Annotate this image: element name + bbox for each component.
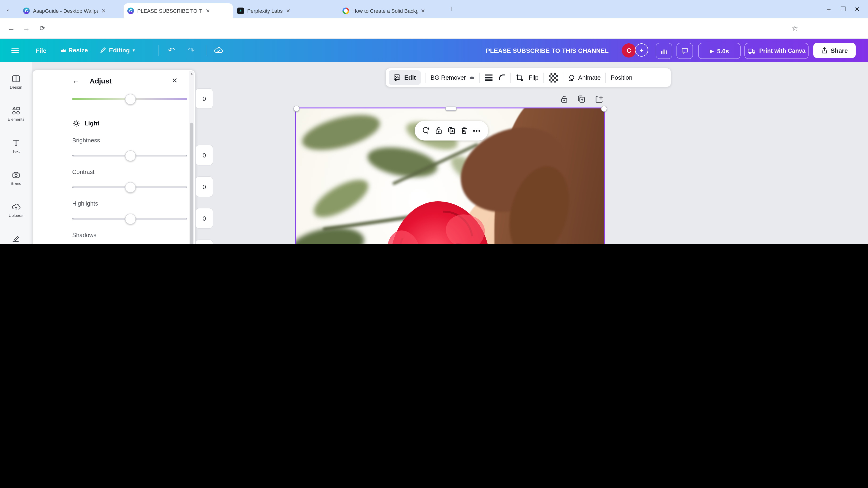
resize-menu[interactable]: Resize [60,47,88,54]
slider-value[interactable]: 0 [195,145,213,165]
back-icon[interactable]: ← [5,19,18,38]
tint-value[interactable]: 0 [195,88,213,109]
slider-value[interactable]: 0 [195,239,213,244]
crown-icon [469,75,474,80]
scrollbar-thumb[interactable] [190,123,193,244]
panel-scrollbar[interactable]: ▲ ▼ [189,71,194,244]
divider [606,72,606,83]
highlights-slider[interactable] [72,218,187,220]
screen: ⌄ C AsapGuide - Desktop Wallpape ✕ C PLE… [0,0,868,244]
slider-value[interactable]: 0 [195,208,213,229]
print-button[interactable]: Print with Canva [744,43,809,59]
menu-icon[interactable] [11,46,19,55]
sidebar-item-text[interactable]: Text [0,130,32,161]
slider-label: Contrast [72,169,95,175]
sidebar-item-draw[interactable]: Draw [0,226,32,244]
slider-label: Highlights [72,200,98,207]
tab-close-icon[interactable]: ✕ [206,8,210,14]
resize-handle-top-left[interactable] [293,106,300,112]
brightness-slider[interactable] [72,155,187,156]
slider-thumb[interactable] [125,214,136,224]
resize-handle-top-right[interactable] [601,106,607,112]
bg-remover-button[interactable]: BG Remover [431,74,474,81]
bg-remover-label: BG Remover [431,74,466,81]
tint-slider[interactable] [72,98,187,100]
contrast-slider[interactable] [72,186,187,188]
delete-icon[interactable] [461,127,467,134]
comment-add-icon[interactable] [422,127,430,134]
scroll-up-icon[interactable]: ▲ [189,72,194,75]
edit-label: Edit [404,74,416,81]
animate-button[interactable]: Animate [568,74,600,81]
divider [158,45,159,56]
tab-title: AsapGuide - Desktop Wallpape [33,8,98,14]
tab-close-icon[interactable]: ✕ [101,8,106,14]
editing-mode-menu[interactable]: Editing ▾ [100,47,135,54]
corner-rounding-button[interactable] [498,74,505,81]
tab-close-icon[interactable]: ✕ [421,8,425,14]
tab-4[interactable]: How to Create a Solid Backgrou ✕ [339,3,446,19]
tab-close-icon[interactable]: ✕ [286,8,290,14]
divider [207,45,207,56]
position-button[interactable]: Position [611,74,632,81]
comments-button[interactable] [677,43,693,59]
edit-image-button[interactable]: Edit [389,70,421,85]
slider-thumb[interactable] [125,150,136,161]
adjust-panel: ← Adjust ✕ 0 Light Brightness 0 Contrast… [33,70,195,244]
back-icon[interactable]: ← [72,76,79,85]
resize-handle-top[interactable] [445,106,457,111]
insights-button[interactable] [656,43,672,59]
undo-icon[interactable]: ↶ [168,45,175,56]
truck-icon [747,48,755,54]
divider [510,72,511,83]
add-member-button[interactable]: + [635,43,648,57]
present-button[interactable]: ▶ 5.0s [698,43,741,59]
play-icon: ▶ [710,48,714,54]
google-favicon [342,7,349,14]
lock-page-icon[interactable] [560,95,568,103]
minimize-button[interactable]: – [822,0,836,19]
canva-header: File Resize Editing ▾ ↶ ↷ PLEASE SUBSCRI… [0,39,868,62]
reload-icon[interactable]: ⟳ [36,19,49,38]
sidebar-item-brand[interactable]: Brand [0,162,32,193]
duplicate-page-icon[interactable] [578,95,586,103]
design-icon [11,74,21,83]
slider-value[interactable]: 0 [195,176,213,197]
flip-button[interactable]: Flip [529,74,538,81]
redo-icon[interactable]: ↷ [188,45,195,56]
restore-button[interactable]: ❐ [836,0,850,19]
transparency-button[interactable] [549,73,558,82]
print-label: Print with Canva [759,47,805,54]
sidebar-item-design[interactable]: Design [0,66,32,97]
line-weight-button[interactable] [484,74,493,81]
sidebar-item-elements[interactable]: Elements [0,98,32,129]
slider-label: Brightness [72,137,100,144]
canvas-page[interactable]: ••• [296,108,604,244]
new-tab-button[interactable]: + [449,5,453,13]
context-toolbar: Edit BG Remover Flip Animate Position [386,68,671,87]
sun-icon [72,119,80,127]
close-icon[interactable]: ✕ [172,76,178,85]
tab-2-active[interactable]: C PLEASE SUBSCRIBE TO THIS CH ✕ [124,3,233,19]
bookmark-star-icon[interactable]: ☆ [788,19,802,38]
perplexity-favicon: ✶ [237,7,244,14]
account-avatar[interactable]: C [622,43,636,58]
tab-3[interactable]: ✶ Perplexity Labs ✕ [234,3,338,19]
forward-icon[interactable]: → [20,19,33,38]
more-options-icon[interactable]: ••• [473,127,481,134]
close-button[interactable]: ✕ [850,0,864,19]
tab-search-icon[interactable]: ⌄ [6,6,10,12]
unlock-icon[interactable] [435,127,442,134]
canva-favicon: C [23,7,30,14]
duplicate-icon[interactable] [447,127,456,134]
share-button[interactable]: Share [813,43,856,58]
crop-button[interactable] [516,74,523,81]
slider-thumb[interactable] [125,182,136,193]
tint-slider-thumb[interactable] [125,94,136,104]
element-toolbar: ••• [415,121,488,140]
sidebar-item-uploads[interactable]: Uploads [0,194,32,225]
add-page-icon[interactable] [595,95,603,103]
tab-1[interactable]: C AsapGuide - Desktop Wallpape ✕ [19,3,125,19]
cloud-saved-icon[interactable] [214,47,223,54]
file-menu[interactable]: File [36,47,46,54]
